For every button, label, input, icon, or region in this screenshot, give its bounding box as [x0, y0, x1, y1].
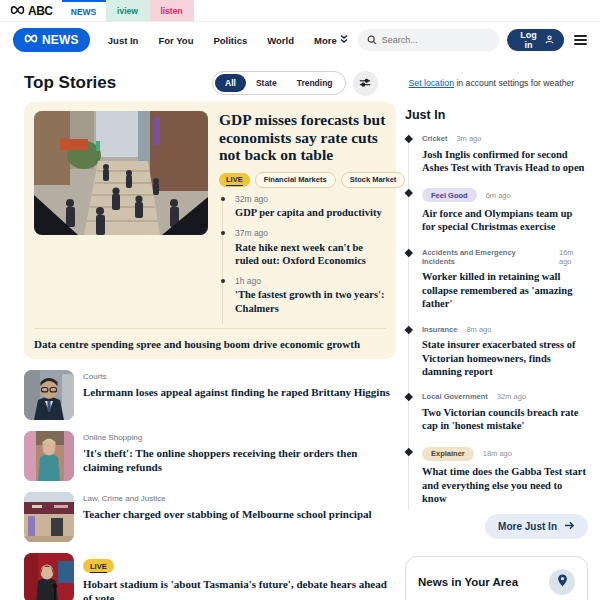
divider: [34, 328, 386, 329]
login-button[interactable]: Log in: [507, 29, 564, 51]
abc-lissajous-icon: [24, 33, 38, 47]
news-in-your-area-card: News in Your Area Log in to personalise: [405, 556, 588, 600]
filter-settings-button[interactable]: [353, 71, 378, 96]
story-row-hobart-stadium[interactable]: LIVE Hobart stadium is 'about Tasmania's…: [24, 553, 396, 600]
item-kicker: Cricket: [422, 134, 447, 143]
more-just-in-button[interactable]: More Just In: [485, 514, 588, 539]
nav-item-more[interactable]: More: [304, 34, 358, 46]
item-timestamp: 32m ago: [497, 392, 526, 401]
story-thumbnail: [24, 553, 74, 600]
arrow-right-icon: [564, 521, 575, 532]
live-badge: LIVE: [219, 173, 250, 187]
set-location-link[interactable]: Set location: [409, 78, 454, 88]
page-content: Top Stories All State Trending Set locat…: [0, 58, 600, 600]
bullet-icon: [404, 325, 412, 333]
just-in-item[interactable]: Accidents and Emergency Incidents 16m ag…: [409, 248, 588, 325]
abc-news-logo[interactable]: NEWS: [13, 28, 90, 52]
story-row-lehrmann[interactable]: Courts Lehrmann loses appeal against fin…: [24, 370, 396, 420]
item-headline[interactable]: Josh Inglis confirmed for second Ashes T…: [422, 148, 588, 175]
story-headline[interactable]: Lehrmann loses appeal against finding he…: [83, 385, 390, 399]
masthead-tab-listen[interactable]: listen: [150, 0, 194, 21]
story-headline[interactable]: 'It's theft': The online shoppers receiv…: [83, 446, 396, 475]
nav-item-just-in[interactable]: Just In: [98, 35, 149, 46]
more-just-in-label: More Just In: [498, 521, 557, 532]
just-in-item[interactable]: Cricket 3m ago Josh Inglis confirmed for…: [409, 134, 588, 188]
story-row-teacher-charged[interactable]: Law, Crime and Justice Teacher charged o…: [24, 492, 396, 542]
menu-icon[interactable]: [574, 35, 587, 45]
lead-story-card: GDP misses forecasts but economists say …: [24, 102, 396, 359]
just-in-title: Just In: [405, 108, 588, 122]
top-stories-column: GDP misses forecasts but economists say …: [24, 102, 396, 600]
lead-story-badges: LIVE Financial Markets Stock Market: [219, 172, 386, 188]
search-bar[interactable]: [358, 29, 499, 51]
update-headline[interactable]: GDP per capita and productivity: [235, 206, 386, 219]
abc-masthead: ABC NEWS iview listen: [0, 0, 600, 22]
topic-tag-stock-market[interactable]: Stock Market: [341, 172, 406, 188]
item-kicker: Insurance: [422, 325, 457, 334]
just-in-item[interactable]: Explainer 18m ago What time does the Gab…: [409, 447, 588, 510]
topic-tag-financial-markets[interactable]: Financial Markets: [255, 172, 336, 188]
live-badge: LIVE: [83, 559, 114, 573]
story-thumbnail: [24, 492, 74, 542]
search-input[interactable]: [382, 35, 490, 45]
story-kicker: Online Shopping: [83, 433, 396, 442]
bullet-icon: [404, 448, 412, 456]
nav-item-for-you[interactable]: For You: [148, 35, 203, 46]
item-kicker: Local Government: [422, 392, 488, 401]
item-headline[interactable]: Two Victorian councils breach rate cap i…: [422, 406, 588, 433]
just-in-item[interactable]: Feel Good 6m ago Air force and Olympians…: [409, 188, 588, 247]
bullet-icon: [221, 279, 225, 283]
just-in-list: Cricket 3m ago Josh Inglis confirmed for…: [408, 134, 588, 510]
filter-pill-state[interactable]: State: [246, 74, 287, 92]
location-pin-icon: [557, 573, 568, 591]
item-headline[interactable]: What time does the Gabba Test start and …: [422, 465, 588, 505]
location-pin-button[interactable]: [549, 569, 575, 595]
lead-related-headline[interactable]: Data centre spending spree and housing b…: [34, 338, 386, 350]
bullet-icon: [404, 135, 412, 143]
story-kicker: Law, Crime and Justice: [83, 494, 372, 503]
location-note-text: in account settings for weather: [456, 78, 574, 88]
bullet-icon: [221, 197, 225, 201]
page-title: Top Stories: [24, 73, 212, 93]
top-stories-header: Top Stories All State Trending Set locat…: [24, 68, 588, 98]
nav-item-more-label: More: [314, 35, 337, 46]
item-kicker: Accidents and Emergency Incidents: [422, 248, 550, 266]
bullet-icon: [404, 249, 412, 257]
masthead-tab-news[interactable]: NEWS: [62, 0, 106, 21]
update-item[interactable]: 37m ago Rate hike next week can't be rul…: [223, 228, 386, 276]
update-headline[interactable]: Rate hike next week can't be ruled out: …: [235, 241, 386, 267]
just-in-item[interactable]: Local Government 32m ago Two Victorian c…: [409, 392, 588, 446]
item-headline[interactable]: Air force and Olympians team up for spec…: [422, 207, 588, 234]
nav-item-politics[interactable]: Politics: [203, 35, 257, 46]
update-item[interactable]: 32m ago GDP per capita and productivity: [223, 194, 386, 229]
your-area-title: News in Your Area: [418, 576, 518, 588]
login-button-label: Log in: [517, 30, 540, 50]
masthead-tab-iview[interactable]: iview: [106, 0, 150, 21]
item-timestamp: 8m ago: [466, 325, 491, 334]
story-thumbnail: [24, 370, 74, 420]
double-chevron-down-icon: [340, 34, 348, 46]
update-item[interactable]: 1h ago 'The fastest growth in two years'…: [223, 276, 386, 324]
just-in-item[interactable]: Insurance 8m ago State insurer exacerbat…: [409, 325, 588, 393]
update-headline[interactable]: 'The fastest growth in two years': Chalm…: [235, 288, 386, 314]
item-headline[interactable]: State insurer exacerbated stress of Vict…: [422, 338, 588, 378]
filter-pill-trending[interactable]: Trending: [287, 74, 343, 92]
bullet-icon: [404, 189, 412, 197]
lead-story-updates: 32m ago GDP per capita and productivity …: [222, 194, 386, 324]
filter-pill-all[interactable]: All: [215, 74, 246, 92]
story-headline[interactable]: Hobart stadium is 'about Tasmania's futu…: [83, 577, 396, 600]
story-thumbnail: [24, 431, 74, 481]
lead-story-image[interactable]: [34, 111, 208, 235]
main-nav: NEWS Just In For You Politics World More…: [0, 22, 600, 58]
abc-wordmark: ABC: [28, 4, 53, 18]
lead-story-headline[interactable]: GDP misses forecasts but economists say …: [219, 111, 386, 164]
search-icon: [367, 31, 377, 49]
item-headline[interactable]: Worker killed in retaining wall collapse…: [422, 270, 588, 310]
item-timestamp: 3m ago: [456, 134, 481, 143]
update-timestamp: 1h ago: [235, 276, 386, 286]
abc-news-wordmark: NEWS: [42, 33, 79, 47]
story-row-online-shopping[interactable]: Online Shopping 'It's theft': The online…: [24, 431, 396, 481]
story-headline[interactable]: Teacher charged over stabbing of Melbour…: [83, 507, 372, 521]
abc-logo[interactable]: ABC: [10, 0, 53, 21]
nav-item-world[interactable]: World: [257, 35, 304, 46]
